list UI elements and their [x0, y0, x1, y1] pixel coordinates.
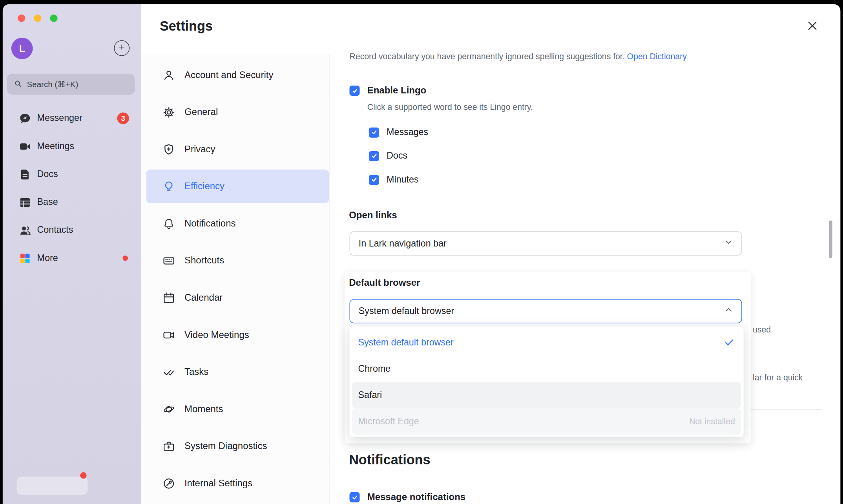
more-apps-icon [19, 252, 31, 265]
window-controls [18, 15, 57, 22]
settings-nav-item-efficiency[interactable]: Efficiency [146, 170, 329, 203]
settings-nav-label: Efficiency [184, 181, 224, 192]
settings-nav-label: Privacy [184, 144, 215, 155]
sidebar-item-contacts[interactable]: Contacts [3, 216, 141, 244]
sidebar-item-label: Messenger [37, 113, 82, 124]
bell-icon [162, 217, 175, 230]
screen: L Search (⌘+K) Messenger 3 [0, 0, 843, 504]
sidebar-item-more[interactable]: More [3, 244, 141, 272]
settings-nav-label: Shortcuts [184, 255, 224, 267]
messenger-icon [19, 112, 31, 125]
option-chrome[interactable]: Chrome [352, 356, 741, 382]
settings-nav-item-calendar[interactable]: Calendar [146, 281, 329, 314]
tasks-icon [162, 365, 175, 378]
option-system-default-browser[interactable]: System default browser [352, 329, 741, 356]
enable-lingo-checkbox[interactable] [350, 86, 360, 96]
message-notifications-row: Message notifications [350, 491, 466, 503]
lightbulb-icon [162, 180, 175, 193]
notification-dot [80, 472, 86, 478]
settings-nav-item-notifications[interactable]: Notifications [146, 206, 329, 240]
sidebar-item-label: Docs [37, 169, 58, 179]
zoom-window-button[interactable] [50, 15, 57, 22]
messages-label: Messages [387, 127, 428, 137]
minimize-window-button[interactable] [34, 15, 41, 22]
settings-nav-item-tasks[interactable]: Tasks [146, 355, 329, 389]
lingo-scope-minutes: Minutes [369, 174, 419, 185]
sidebar-item-docs[interactable]: Docs [3, 160, 141, 188]
sidebar-item-meetings[interactable]: Meetings [3, 132, 141, 160]
option-microsoft-edge: Microsoft Edge Not installed [352, 408, 741, 435]
add-button[interactable] [114, 40, 130, 56]
message-notifications-label: Message notifications [367, 491, 465, 503]
minutes-label: Minutes [387, 174, 419, 185]
open-dictionary-link[interactable]: Open Dictionary [627, 52, 687, 61]
open-links-select[interactable]: In Lark navigation bar [350, 231, 742, 256]
scrollbar-thumb[interactable] [829, 221, 832, 258]
option-label: Safari [358, 390, 382, 400]
divider [751, 409, 822, 410]
option-safari[interactable]: Safari [352, 382, 741, 408]
lingo-scope-messages: Messages [369, 127, 428, 137]
planet-icon [162, 403, 175, 416]
open-links-label: Open links [349, 210, 397, 221]
shield-icon [162, 143, 175, 156]
docs-label: Docs [387, 151, 407, 161]
settings-nav-label: Tasks [184, 366, 208, 378]
default-browser-panel: Default browser System default browser S… [345, 272, 751, 443]
browser-dropdown-menu: System default browser Chrome Safari Mic… [350, 327, 744, 437]
close-button[interactable] [806, 19, 819, 32]
settings-nav-label: System Diagnostics [184, 440, 267, 452]
option-label: Microsoft Edge [358, 416, 419, 427]
settings-nav-label: Video Meetings [184, 329, 249, 341]
default-browser-label: Default browser [349, 277, 420, 289]
settings-nav-item-general[interactable]: General [146, 95, 329, 129]
messages-checkbox[interactable] [369, 127, 379, 137]
message-notifications-checkbox[interactable] [350, 492, 360, 502]
settings-nav-item-video-meetings[interactable]: Video Meetings [146, 318, 329, 352]
sidebar-item-label: Base [37, 197, 58, 208]
keyboard-icon [162, 254, 175, 267]
gear-icon [162, 106, 175, 119]
settings-nav-item-account-and-security[interactable]: Account and Security [146, 58, 329, 92]
account-security-icon [162, 69, 175, 82]
enable-lingo-row: Enable Lingo [350, 85, 427, 97]
settings-nav: Account and Security General Privacy Eff… [141, 54, 330, 504]
sidebar-item-label: Meetings [37, 141, 75, 152]
docs-icon [19, 168, 31, 181]
settings-nav-item-shortcuts[interactable]: Shortcuts [146, 244, 329, 278]
settings-nav-item-system-diagnostics[interactable]: System Diagnostics [146, 429, 329, 463]
sidebar-item-messenger[interactable]: Messenger 3 [3, 104, 141, 132]
avatar[interactable]: L [11, 38, 33, 59]
settings-modal: Settings Account and Security General [141, 4, 840, 504]
settings-nav-label: Calendar [184, 292, 223, 303]
default-browser-select[interactable]: System default browser [350, 299, 742, 323]
plus-icon [118, 43, 126, 53]
minutes-checkbox[interactable] [369, 175, 379, 185]
meetings-icon [19, 140, 31, 153]
settings-nav-item-privacy[interactable]: Privacy [146, 132, 329, 166]
lingo-scope-docs: Docs [369, 151, 407, 161]
not-installed-note: Not installed [689, 416, 735, 426]
chevron-down-icon [723, 237, 734, 250]
search-input[interactable]: Search (⌘+K) [7, 74, 135, 95]
calendar-icon [162, 291, 175, 304]
notification-dot [122, 256, 128, 261]
spelling-note: Record vocabulary you have permanently i… [350, 52, 687, 62]
search-placeholder: Search (⌘+K) [27, 79, 78, 89]
settings-nav-label: General [184, 106, 218, 118]
open-links-value: In Lark navigation bar [359, 238, 447, 248]
close-icon [806, 25, 819, 34]
sidebar-item-label: Contacts [37, 225, 73, 236]
default-browser-value: System default browser [359, 306, 454, 316]
docs-checkbox[interactable] [369, 151, 379, 161]
option-label: Chrome [358, 363, 390, 374]
settings-nav-item-internal-settings[interactable]: Internal Settings [146, 466, 329, 500]
clipped-background-text: lar for a quick [753, 373, 803, 383]
base-icon [19, 196, 31, 208]
wrench-circle-icon [162, 477, 175, 490]
close-window-button[interactable] [18, 15, 25, 22]
sidebar-item-base[interactable]: Base [3, 188, 141, 216]
settings-nav-label: Moments [184, 404, 223, 415]
settings-nav-item-moments[interactable]: Moments [146, 392, 329, 426]
check-icon [724, 337, 735, 348]
